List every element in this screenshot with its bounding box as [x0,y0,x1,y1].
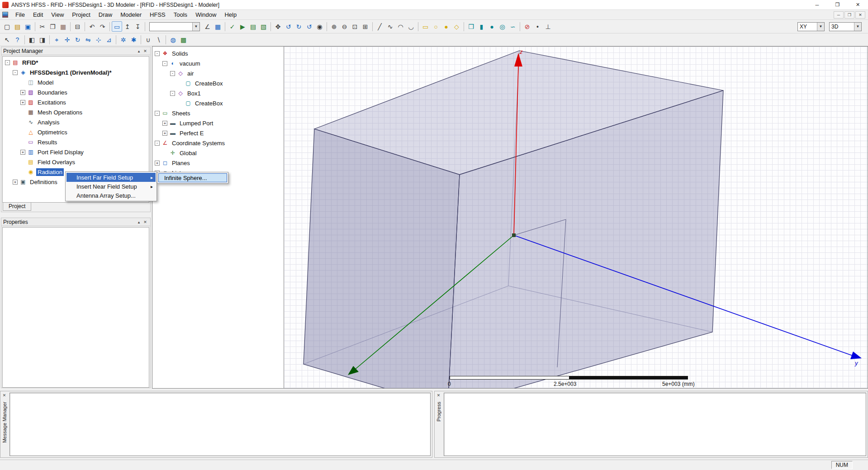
zoom-out-button[interactable]: ⊖ [339,21,350,32]
save-button[interactable]: ▣ [23,21,33,32]
move-button[interactable]: ✛ [62,34,72,45]
menu-draw[interactable]: Draw [95,10,116,19]
dropdown-arrow-icon[interactable]: ▼ [192,23,199,31]
tree-expander-toggle[interactable]: - [13,70,18,75]
tree-expander-toggle[interactable]: + [13,180,18,185]
tab-project[interactable]: Project [3,203,31,211]
datasets-button[interactable]: ▧ [258,21,269,32]
draw-helix-button[interactable]: ∽ [508,21,518,32]
dropdown-arrow-icon[interactable]: ▼ [817,23,824,31]
tree-expander-toggle[interactable]: - [155,51,160,56]
menu-view[interactable]: View [47,10,68,19]
new-project-button[interactable]: ▢ [2,21,12,32]
tree-expander-toggle[interactable]: + [20,90,25,95]
menu-file[interactable]: File [11,10,29,19]
tree-item-lumped-port[interactable]: + ▬ Lumped Port [152,118,284,128]
tree-item-optimetrics[interactable]: △ Optimetrics [3,127,149,137]
tree-item-perfect-e[interactable]: + ▬ Perfect E [152,128,284,138]
tree-item-vacuum[interactable]: - ◐ vacuum [152,58,284,68]
tree-item-air[interactable]: - ◇ air [152,68,284,78]
mirror-button[interactable]: ⇋ [83,34,93,45]
select-object-mode-button[interactable]: ▭ [112,21,122,32]
tree-expander-toggle[interactable]: - [162,61,167,66]
mdi-document-icon[interactable] [2,12,8,18]
tree-item-box1[interactable]: - ◇ Box1 [152,88,284,98]
non-model-object-button[interactable]: ⊘ [522,21,532,32]
draw-sphere-button[interactable]: ● [487,21,497,32]
context-help-button[interactable]: ↖ [2,34,12,45]
radiation-sphere-button[interactable]: ◍ [168,34,178,45]
fit-all-button[interactable]: ⊡ [350,21,360,32]
solution-data-button[interactable]: ▦ [213,21,223,32]
copy-button[interactable]: ❐ [47,21,58,32]
tree-item-coordinate-systems[interactable]: - ∠ Coordinate Systems [152,138,284,148]
tree-item-createbox-air[interactable]: ▢ CreateBox [152,78,284,88]
draw-line-button[interactable]: ╱ [375,21,385,32]
tree-item-analysis[interactable]: ∿ Analysis [3,117,149,127]
drawing-mode-combobox[interactable]: 3D ▼ [829,22,862,31]
selection-combobox[interactable]: ▼ [149,22,200,31]
tree-expander-toggle[interactable]: + [20,150,25,155]
pan-button[interactable]: ✥ [273,21,283,32]
menu-item-insert-near-field-setup[interactable]: Insert Near Field Setup ▸ [66,182,156,191]
close-panel-button[interactable]: ✕ [436,393,441,398]
scale-button[interactable]: ⊹ [93,34,104,45]
tree-expander-toggle[interactable]: - [170,91,175,96]
dropdown-arrow-icon[interactable]: ▼ [854,23,861,31]
menu-hfss[interactable]: HFSS [146,10,170,19]
message-list[interactable] [9,393,431,456]
previous-selection-button[interactable]: ↥ [122,21,133,32]
tree-item-planes[interactable]: + ◻ Planes [152,158,284,168]
draw-spline-button[interactable]: ∿ [385,21,395,32]
toggle-properties-button[interactable]: ◨ [37,34,47,45]
create-face-cs-button[interactable]: ✱ [128,34,139,45]
open-project-button[interactable]: ▤ [12,21,23,32]
menu-project[interactable]: Project [68,10,94,19]
tree-expander-toggle[interactable]: + [162,131,167,136]
draw-rectangle-button[interactable]: ▭ [420,21,431,32]
drawing-plane-combobox[interactable]: XY ▼ [797,22,825,31]
measure-angle-button[interactable]: ⊿ [104,34,114,45]
draw-box-button[interactable]: ❒ [466,21,476,32]
draw-arc-3point-button[interactable]: ◡ [406,21,416,32]
menu-item-insert-far-field-setup[interactable]: Insert Far Field Setup ▸ [66,173,156,182]
fit-selection-button[interactable]: ⊞ [360,21,370,32]
tree-item-boundaries[interactable]: + ▧ Boundaries [3,87,149,97]
tree-item-results[interactable]: ▭ Results [3,137,149,147]
tree-item-solids[interactable]: - ❖ Solids [152,48,284,58]
menu-item-infinite-sphere[interactable]: Infinite Sphere... [158,173,227,182]
menu-tools[interactable]: Tools [170,10,191,19]
edit-sources-button[interactable]: ▤ [248,21,258,32]
draw-circle-button[interactable]: ● [441,21,451,32]
tree-item-excitations[interactable]: + ▨ Excitations [3,97,149,107]
minimize-button[interactable]: ─ [807,0,827,9]
tree-item-port-field-display[interactable]: + ▥ Port Field Display [3,147,149,157]
redo-button[interactable]: ↷ [97,21,108,32]
paste-button[interactable]: ▦ [58,21,68,32]
menu-item-antenna-array-setup[interactable]: Antenna Array Setup... [66,191,156,200]
tree-item-project-rfid[interactable]: - ▤ RFID* [3,57,149,67]
close-panel-button[interactable]: ✕ [142,220,148,224]
draw-ellipse-button[interactable]: ○ [431,21,441,32]
close-button[interactable]: ✕ [848,0,868,9]
tree-expander-toggle[interactable]: - [155,141,160,146]
menu-edit[interactable]: Edit [29,10,47,19]
tree-item-hfssdesign1[interactable]: - ◈ HFSSDesign1 (DrivenModal)* [3,67,149,77]
collapse-panel-button[interactable]: ▴ [136,49,142,53]
draw-torus-button[interactable]: ◎ [497,21,508,32]
tree-expander-toggle[interactable]: - [170,71,175,76]
collapse-panel-button[interactable]: ▴ [136,220,142,224]
validate-button[interactable]: ✓ [227,21,237,32]
create-relative-cs-button[interactable]: ✲ [118,34,128,45]
next-selection-button[interactable]: ↧ [133,21,143,32]
draw-plane-button[interactable]: ⊥ [543,21,553,32]
menu-help[interactable]: Help [220,10,241,19]
cut-button[interactable]: ✂ [37,21,47,32]
boolean-subtract-button[interactable]: ∖ [153,34,164,45]
tree-item-field-overlays[interactable]: ▤ Field Overlays [3,157,149,167]
close-panel-button[interactable]: ✕ [2,393,7,398]
draw-cylinder-button[interactable]: ▮ [476,21,487,32]
mdi-restore-button[interactable]: ❐ [844,11,854,19]
boolean-unite-button[interactable]: ∪ [143,34,153,45]
print-button[interactable]: ⊟ [72,21,83,32]
